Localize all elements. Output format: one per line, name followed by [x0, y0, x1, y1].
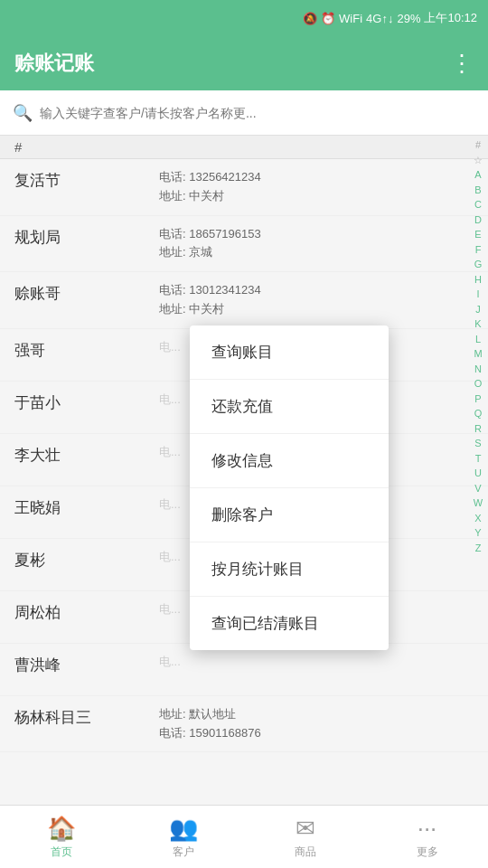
- goods-icon: ✉: [296, 815, 315, 843]
- contact-info: 电话: 13256421234 地址: 中关村: [159, 168, 261, 206]
- menu-item-query-account[interactable]: 查询账目: [190, 326, 389, 380]
- alpha-item-g[interactable]: G: [474, 257, 483, 272]
- menu-item-delete-customer[interactable]: 删除客户: [190, 488, 389, 542]
- nav-label-goods: 商品: [295, 844, 316, 860]
- mute-icon: 🔕: [303, 12, 317, 25]
- contact-info: 电话: 18657196153 地址: 京城: [159, 225, 261, 263]
- search-input[interactable]: [40, 106, 475, 120]
- alpha-item-n[interactable]: N: [474, 362, 482, 377]
- contact-name: 复活节: [14, 168, 159, 191]
- alpha-item-hash[interactable]: #: [475, 137, 481, 153]
- app-title: 赊账记账: [14, 50, 94, 77]
- alpha-item-j[interactable]: J: [475, 302, 481, 317]
- list-item[interactable]: 复活节 电话: 13256421234 地址: 中关村: [0, 159, 488, 216]
- alpha-item-q[interactable]: Q: [474, 406, 483, 421]
- alpha-item-t[interactable]: T: [475, 451, 482, 467]
- menu-item-cleared-accounts[interactable]: 查询已结清账目: [190, 597, 389, 650]
- alpha-item-star[interactable]: ☆: [474, 153, 483, 168]
- list-item[interactable]: 曹洪峰 电...: [0, 644, 488, 696]
- alpha-item-r[interactable]: R: [474, 421, 482, 437]
- alpha-item-a[interactable]: A: [474, 167, 481, 183]
- alpha-item-i[interactable]: I: [476, 287, 479, 302]
- contact-name: 杨林科目三: [14, 705, 159, 728]
- more-nav-icon: ···: [418, 815, 437, 843]
- list-item[interactable]: 赊账哥 电话: 13012341234 地址: 中关村: [0, 272, 488, 329]
- app-header: 赊账记账 ⋮: [0, 36, 488, 90]
- alpha-item-o[interactable]: O: [474, 376, 483, 392]
- menu-item-repayment[interactable]: 还款充值: [190, 380, 389, 434]
- customers-icon: 👥: [169, 815, 198, 843]
- nav-label-more: 更多: [417, 844, 438, 860]
- alpha-item-c[interactable]: C: [474, 197, 482, 212]
- alpha-item-v[interactable]: V: [474, 481, 481, 496]
- alpha-item-k[interactable]: K: [474, 316, 481, 332]
- search-bar: 🔍: [0, 90, 488, 136]
- contact-name: 王晓娟: [14, 495, 159, 518]
- alpha-item-d[interactable]: D: [474, 212, 482, 228]
- alpha-item-e[interactable]: E: [474, 227, 481, 242]
- menu-item-edit-info[interactable]: 修改信息: [190, 434, 389, 488]
- time-display: 上午10:12: [424, 10, 477, 26]
- alpha-item-m[interactable]: M: [474, 346, 482, 362]
- nav-label-customers: 客户: [173, 844, 194, 860]
- list-item[interactable]: 杨林科目三 地址: 默认地址 电话: 15901168876: [0, 696, 488, 753]
- contact-name: 夏彬: [14, 548, 159, 571]
- nav-item-home[interactable]: 🏠 首页: [0, 806, 122, 868]
- contact-info-faded: 电...: [159, 443, 181, 462]
- alpha-item-f[interactable]: F: [475, 242, 482, 258]
- contact-name: 于苗小: [14, 391, 159, 413]
- context-menu: 查询账目 还款充值 修改信息 删除客户 按月统计账目 查询已结清账目: [190, 326, 389, 650]
- status-bar: 🔕 ⏰ WiFi 4G↑↓ 29% 上午10:12: [0, 0, 488, 36]
- nav-label-home: 首页: [51, 844, 72, 860]
- contact-name: 赊账哥: [14, 281, 159, 304]
- contact-name: 强哥: [14, 338, 159, 361]
- contact-info-faded: 电...: [159, 548, 181, 567]
- nav-item-more[interactable]: ··· 更多: [366, 806, 488, 868]
- alpha-item-l[interactable]: L: [475, 332, 481, 347]
- contact-name: 曹洪峰: [14, 653, 159, 675]
- alpha-item-h[interactable]: H: [474, 272, 482, 288]
- alpha-sidebar: # ☆ A B C D E F G H I J K L M N O P Q R …: [468, 136, 488, 555]
- nav-item-customers[interactable]: 👥 客户: [122, 806, 244, 868]
- contact-name: 规划局: [14, 225, 159, 248]
- alpha-item-y[interactable]: Y: [474, 525, 481, 541]
- contact-info-faded: 电...: [159, 495, 181, 514]
- alpha-item-w[interactable]: W: [474, 495, 483, 511]
- menu-item-monthly-stats[interactable]: 按月统计账目: [190, 542, 389, 597]
- section-header-hash: #: [0, 136, 488, 159]
- search-icon: 🔍: [13, 103, 33, 123]
- alpha-item-z[interactable]: Z: [475, 541, 482, 556]
- bottom-nav: 🏠 首页 👥 客户 ✉ 商品 ··· 更多: [0, 805, 488, 868]
- status-icons: 🔕 ⏰ WiFi 4G↑↓ 29% 上午10:12: [303, 10, 477, 26]
- contact-info-faded: 电...: [159, 600, 181, 619]
- alpha-item-x[interactable]: X: [474, 511, 481, 526]
- more-button[interactable]: ⋮: [450, 50, 474, 78]
- contact-info: 地址: 默认地址 电话: 15901168876: [159, 705, 261, 743]
- wifi-icon: WiFi: [339, 12, 362, 25]
- alpha-item-p[interactable]: P: [474, 392, 481, 407]
- battery-text: 29%: [397, 12, 420, 25]
- alpha-item-s[interactable]: S: [474, 436, 481, 451]
- contact-name: 周松柏: [14, 600, 159, 623]
- contact-name: 李大壮: [14, 443, 159, 466]
- list-item[interactable]: 规划局 电话: 18657196153 地址: 京城: [0, 216, 488, 273]
- signal-icon: 4G↑↓: [366, 12, 393, 25]
- contact-info: 电话: 13012341234 地址: 中关村: [159, 281, 261, 319]
- contact-info-faded: 电...: [159, 338, 181, 357]
- alpha-item-b[interactable]: B: [474, 183, 481, 198]
- contact-info-faded: 电...: [159, 391, 181, 410]
- nav-item-goods[interactable]: ✉ 商品: [244, 806, 366, 868]
- alarm-icon: ⏰: [321, 12, 335, 25]
- alpha-item-u[interactable]: U: [474, 466, 482, 481]
- content-area: # 复活节 电话: 13256421234 地址: 中关村 规划局 电话: 18…: [0, 136, 488, 805]
- home-icon: 🏠: [47, 815, 76, 843]
- contact-info-faded: 电...: [159, 653, 181, 672]
